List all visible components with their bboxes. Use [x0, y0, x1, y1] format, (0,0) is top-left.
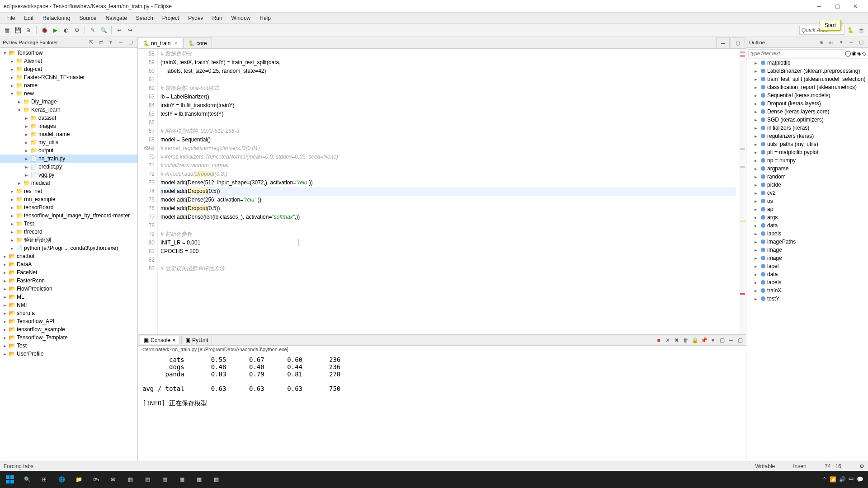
code-body[interactable]: # 数据集切分(trainX, testX, trainY, testY) = … [158, 49, 739, 334]
focus-icon[interactable]: ⊕ [817, 38, 826, 47]
tree-item[interactable]: ▸📁Faster-RCNN_TF-master [0, 73, 137, 81]
tree-item[interactable]: ▸📄vgg.py [0, 171, 137, 179]
expander-icon[interactable]: ▸ [753, 296, 759, 302]
tree-item[interactable]: ▸📁rnn_example [0, 195, 137, 203]
expander-icon[interactable]: ▸ [753, 206, 759, 212]
tree-item[interactable]: ▸📂UserProfile [0, 350, 137, 358]
expander-icon[interactable]: ▸ [9, 66, 15, 72]
tree-item[interactable]: ▸📂NMT [0, 301, 137, 309]
tree-item[interactable]: ▸📁dataset [0, 114, 137, 122]
tray-network-icon[interactable]: 📶 [830, 476, 836, 483]
expander-icon[interactable]: ▸ [753, 158, 759, 164]
tree-item[interactable]: ▸📁验证码识别 [0, 236, 137, 244]
tree-item[interactable]: ▾📁Keras_learn [0, 106, 137, 114]
tree-item[interactable]: ▸📂FaceNet [0, 268, 137, 277]
expander-icon[interactable]: ▸ [9, 237, 15, 243]
expander-icon[interactable]: ▸ [9, 229, 15, 235]
expander-icon[interactable]: ▸ [24, 115, 30, 121]
explorer-icon[interactable]: 📁 [71, 473, 87, 486]
tree-item[interactable]: ▸📂chatbot [0, 252, 137, 260]
expander-icon[interactable]: ▸ [753, 174, 759, 180]
expander-icon[interactable]: ▸ [753, 109, 759, 115]
tree-item[interactable]: ▸📁res_net [0, 187, 137, 195]
expander-icon[interactable]: ▸ [9, 245, 15, 251]
expander-icon[interactable]: ▸ [753, 263, 759, 269]
expander-icon[interactable]: ▸ [753, 239, 759, 245]
expander-icon[interactable]: ▾ [16, 107, 23, 113]
expander-icon[interactable]: ▸ [753, 60, 759, 66]
perspective-java-icon[interactable]: ☕ [856, 25, 866, 35]
expander-icon[interactable]: ▸ [24, 131, 30, 137]
outline-item[interactable]: ▸args [746, 213, 868, 221]
expander-icon[interactable]: ▸ [9, 75, 15, 80]
console-output[interactable]: cats 0.55 0.67 0.60 236 dogs 0.48 0.40 0… [138, 353, 746, 461]
code-editor[interactable]: 585960616263646566676869⊖707172737475767… [138, 49, 746, 334]
maximize-editor-icon[interactable]: ▢ [731, 38, 745, 48]
pin-console-icon[interactable]: 📌 [700, 336, 708, 344]
outline-item[interactable]: ▸imagePaths [746, 238, 868, 246]
tree-item[interactable]: ▸📁Alexnet [0, 57, 137, 65]
tree-item[interactable]: ▸📁Test [0, 220, 137, 228]
minimize-button[interactable]: ─ [810, 0, 828, 13]
expander-icon[interactable]: ▸ [2, 319, 8, 324]
external-tools-icon[interactable]: ⚙ [72, 25, 82, 35]
open-console-icon[interactable]: ▢ [718, 336, 726, 344]
tree-item[interactable]: ▸📂Tensorflow_Template [0, 333, 137, 342]
tree-item[interactable]: ▸📁tensorflow_input_image_by_tfrecord-mas… [0, 211, 137, 220]
outline-item[interactable]: ▸testY [746, 295, 868, 303]
expander-icon[interactable]: ▸ [753, 231, 759, 237]
tree-item[interactable]: ▸📂FasterRcnn [0, 277, 137, 285]
tree-item[interactable]: ▸📁dog-cat [0, 65, 137, 73]
outline-item[interactable]: ▸utils_paths (my_utils) [746, 140, 868, 148]
menu-edit[interactable]: Edit [19, 14, 38, 23]
tree-item[interactable]: ▾📁new [0, 89, 137, 98]
minimize-editor-icon[interactable]: ─ [716, 38, 730, 48]
outline-item[interactable]: ▸labels [746, 278, 868, 286]
tree-item[interactable]: ▸📁medical [0, 179, 137, 187]
tree-item[interactable]: ▸📂DataA [0, 260, 137, 268]
outline-item[interactable]: ▸LabelBinarizer (sklearn.preprocessing) [746, 67, 868, 75]
expander-icon[interactable]: ▸ [753, 141, 759, 147]
expander-icon[interactable]: ▸ [2, 343, 8, 349]
tree-item[interactable]: ▸📄nn_train.py [0, 155, 137, 163]
sort-icon[interactable]: a↓ [827, 38, 835, 47]
expander-icon[interactable]: ▸ [753, 150, 759, 155]
outline-item[interactable]: ▸label [746, 262, 868, 270]
app-icon[interactable]: ▦ [191, 473, 207, 486]
new-class-icon[interactable]: ✎ [88, 25, 98, 35]
minimize-view-icon[interactable]: ─ [847, 38, 855, 47]
expander-icon[interactable]: ▸ [9, 205, 15, 211]
tree-item[interactable]: ▸📂ML [0, 293, 137, 301]
outline-item[interactable]: ▸np = numpy [746, 156, 868, 164]
expander-icon[interactable]: ▸ [16, 180, 23, 186]
outline-item[interactable]: ▸regularizers (keras) [746, 132, 868, 140]
close-button[interactable]: ✕ [846, 0, 864, 13]
expander-icon[interactable]: ▸ [753, 272, 759, 277]
clear-console-icon[interactable]: 🗑 [682, 336, 690, 344]
debug-icon[interactable]: 🐞 [39, 25, 49, 35]
tree-item[interactable]: ▸📁tensorBoard [0, 203, 137, 211]
expander-icon[interactable]: ▸ [24, 140, 30, 145]
menu-project[interactable]: Project [158, 14, 184, 23]
collapse-all-icon[interactable]: ⇱ [87, 38, 95, 47]
app-icon[interactable]: ▦ [156, 473, 173, 486]
view-menu-icon[interactable]: ▾ [837, 38, 845, 47]
tray-ime-icon[interactable]: 中 [849, 476, 854, 483]
expander-icon[interactable]: ▸ [753, 76, 759, 82]
console-tab[interactable]: ▣PyUnit [181, 336, 212, 344]
new-icon[interactable]: ▦ [2, 25, 12, 35]
outline-item[interactable]: ▸plt = matplotlib.pyplot [746, 148, 868, 156]
perspective-pydev-icon[interactable]: 🐍 [845, 25, 855, 35]
tree-item[interactable]: ▸📁model_name [0, 130, 137, 138]
outline-item[interactable]: ▸classification_report (sklearn.metrics) [746, 83, 868, 91]
outline-filter-input[interactable] [748, 49, 844, 57]
view-menu-icon[interactable]: ▾ [107, 38, 115, 47]
tree-item[interactable]: ▾📂Tensorflow [0, 49, 137, 57]
expander-icon[interactable]: ▾ [2, 50, 8, 56]
hide-local-icon[interactable]: ◇ [862, 50, 866, 56]
run-icon[interactable]: ▶ [50, 25, 60, 35]
tree-item[interactable]: ▸📁output [0, 146, 137, 155]
expander-icon[interactable]: ▸ [2, 302, 8, 308]
expander-icon[interactable]: ▸ [9, 83, 15, 89]
expander-icon[interactable]: ▸ [9, 197, 15, 202]
